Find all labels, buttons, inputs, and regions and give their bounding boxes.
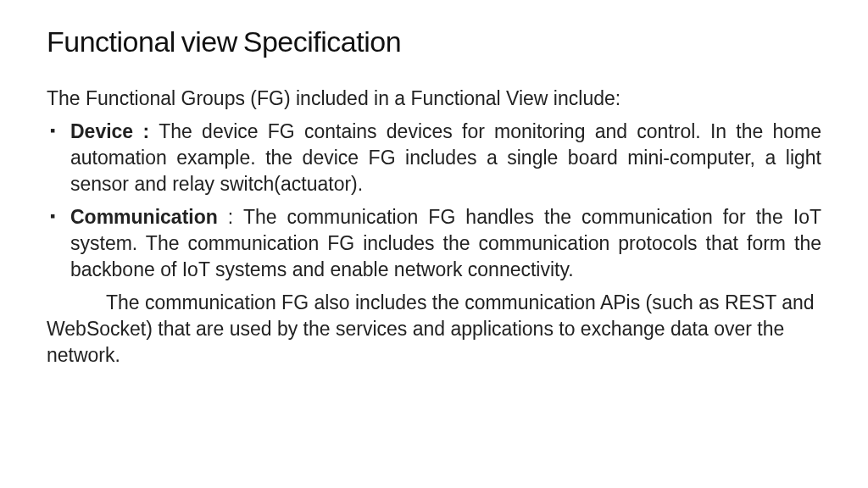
page-title: Functional view Specification	[47, 25, 821, 58]
continuation-paragraph: The communication FG also includes the c…	[47, 290, 821, 369]
list-item: Communication : The communication FG han…	[47, 204, 821, 283]
bullet-label: Communication	[70, 206, 218, 228]
intro-text: The Functional Groups (FG) included in a…	[47, 87, 821, 110]
list-item: Device : The device FG contains devices …	[47, 119, 821, 197]
bullet-text: The device FG contains devices for monit…	[70, 120, 821, 195]
bullet-label: Device :	[70, 120, 159, 142]
bullet-list: Device : The device FG contains devices …	[47, 119, 821, 283]
